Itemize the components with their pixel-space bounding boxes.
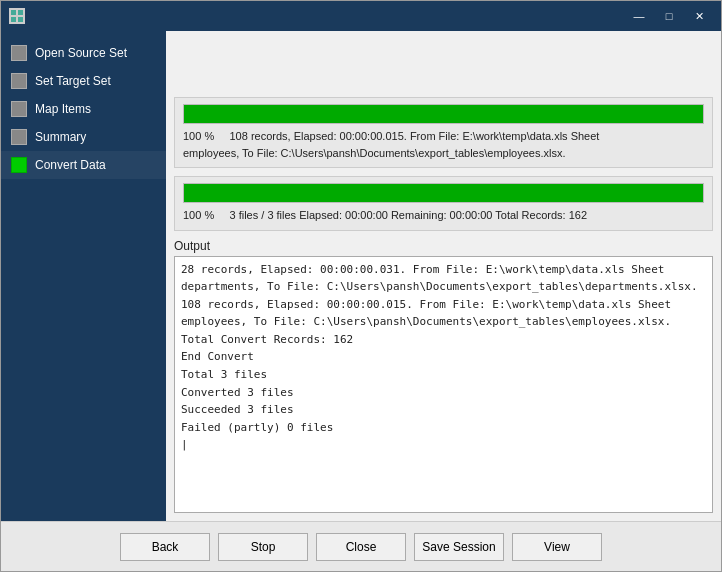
overall-progress-bar xyxy=(184,184,703,202)
output-line: Total Convert Records: 162 xyxy=(181,331,706,349)
sidebar-item-open-source-set[interactable]: Open Source Set xyxy=(1,39,166,67)
set-target-set-label: Set Target Set xyxy=(35,74,111,88)
back-button[interactable]: Back xyxy=(120,533,210,561)
output-line: Total 3 files xyxy=(181,366,706,384)
minimize-button[interactable]: — xyxy=(625,6,653,26)
content-area: Open Source Set Set Target Set Map Items… xyxy=(1,31,721,521)
open-source-set-label: Open Source Set xyxy=(35,46,127,60)
overall-progress-percent: 100 % xyxy=(183,209,214,221)
window-controls: — □ ✕ xyxy=(625,6,713,26)
file-progress-info: 100 % 108 records, Elapsed: 00:00:00.015… xyxy=(183,128,704,161)
view-button[interactable]: View xyxy=(512,533,602,561)
overall-progress-bar-container xyxy=(183,183,704,203)
svg-rect-0 xyxy=(11,10,16,15)
convert-data-label: Convert Data xyxy=(35,158,106,172)
output-line: 28 records, Elapsed: 00:00:00.031. From … xyxy=(181,261,706,296)
convert-data-icon xyxy=(11,157,27,173)
file-progress-info2: employees, To File: C:\Users\pansh\Docum… xyxy=(183,147,566,159)
save-session-button[interactable]: Save Session xyxy=(414,533,504,561)
file-progress-section: 100 % 108 records, Elapsed: 00:00:00.015… xyxy=(174,97,713,168)
title-bar-left xyxy=(9,8,25,24)
output-line xyxy=(181,436,706,454)
sidebar-item-summary[interactable]: Summary xyxy=(1,123,166,151)
bottom-bar: Back Stop Close Save Session View xyxy=(1,521,721,571)
output-label: Output xyxy=(174,239,713,253)
sidebar: Open Source Set Set Target Set Map Items… xyxy=(1,31,166,521)
open-source-set-icon xyxy=(11,45,27,61)
main-window: — □ ✕ Open Source Set Set Target Set Map… xyxy=(0,0,722,572)
main-panel: 100 % 108 records, Elapsed: 00:00:00.015… xyxy=(166,31,721,521)
output-line: Converted 3 files xyxy=(181,384,706,402)
title-bar: — □ ✕ xyxy=(1,1,721,31)
svg-rect-2 xyxy=(11,17,16,22)
output-line: End Convert xyxy=(181,348,706,366)
output-line: Failed (partly) 0 files xyxy=(181,419,706,437)
map-items-icon xyxy=(11,101,27,117)
output-line: 108 records, Elapsed: 00:00:00.015. From… xyxy=(181,296,706,331)
overall-progress-section: 100 % 3 files / 3 files Elapsed: 00:00:0… xyxy=(174,176,713,231)
app-icon xyxy=(9,8,25,24)
sidebar-item-set-target-set[interactable]: Set Target Set xyxy=(1,67,166,95)
summary-icon xyxy=(11,129,27,145)
sidebar-item-map-items[interactable]: Map Items xyxy=(1,95,166,123)
output-box[interactable]: 28 records, Elapsed: 00:00:00.031. From … xyxy=(174,256,713,514)
close-button[interactable]: Close xyxy=(316,533,406,561)
summary-label: Summary xyxy=(35,130,86,144)
file-progress-bar-container xyxy=(183,104,704,124)
output-section: Output 28 records, Elapsed: 00:00:00.031… xyxy=(174,239,713,514)
overall-progress-info: 100 % 3 files / 3 files Elapsed: 00:00:0… xyxy=(183,207,704,224)
file-progress-info1: 108 records, Elapsed: 00:00:00.015. From… xyxy=(229,130,599,142)
sidebar-item-convert-data[interactable]: Convert Data xyxy=(1,151,166,179)
svg-rect-1 xyxy=(18,10,23,15)
output-line: Succeeded 3 files xyxy=(181,401,706,419)
overall-progress-detail: 3 files / 3 files Elapsed: 00:00:00 Rema… xyxy=(229,209,587,221)
top-spacer xyxy=(174,39,713,89)
svg-rect-3 xyxy=(18,17,23,22)
maximize-button[interactable]: □ xyxy=(655,6,683,26)
close-window-button[interactable]: ✕ xyxy=(685,6,713,26)
stop-button[interactable]: Stop xyxy=(218,533,308,561)
file-progress-bar xyxy=(184,105,703,123)
set-target-set-icon xyxy=(11,73,27,89)
file-progress-percent: 100 % xyxy=(183,130,214,142)
map-items-label: Map Items xyxy=(35,102,91,116)
